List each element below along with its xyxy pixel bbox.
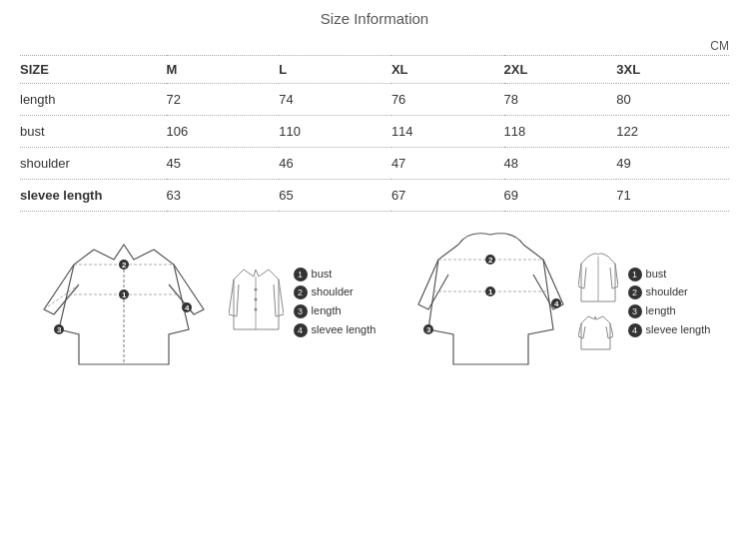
- row-label: length: [20, 84, 167, 116]
- row-value: 122: [616, 116, 729, 148]
- col-m: M: [167, 56, 280, 84]
- table-row: length7274767880: [20, 84, 729, 116]
- row-value: 118: [504, 116, 617, 148]
- diagram-section: 1 2 3 4: [20, 230, 729, 373]
- shirt-diagram-block: 1 2 3 4: [39, 230, 376, 373]
- shirt-svg: 1 2 3 4: [39, 230, 219, 369]
- cardigan-thumb-svg: [578, 252, 618, 306]
- row-label: bust: [20, 116, 167, 148]
- col-l: L: [279, 56, 391, 84]
- jacket-svg: [229, 265, 284, 334]
- col-3xl: 3XL: [616, 56, 729, 84]
- page-title: Size Information: [20, 10, 729, 27]
- row-label: shoulder: [20, 148, 167, 180]
- svg-point-15: [254, 308, 257, 311]
- svg-point-13: [254, 288, 257, 291]
- table-header-row: SIZE M L XL 2XL 3XL: [20, 56, 729, 84]
- svg-text:1: 1: [122, 290, 127, 299]
- tshirt-thumb-svg: [578, 311, 613, 351]
- row-value: 48: [504, 148, 617, 180]
- table-row: bust106110114118122: [20, 116, 729, 148]
- legend-item: slevee length: [294, 320, 376, 339]
- row-value: 71: [616, 180, 729, 212]
- row-value: 72: [167, 84, 280, 116]
- table-row: shoulder4546474849: [20, 148, 729, 180]
- legend-item: slevee length: [628, 320, 711, 339]
- size-table: CM SIZE M L XL 2XL 3XL: [20, 39, 729, 84]
- table-row: slevee length6365676971: [20, 180, 729, 212]
- svg-text:4: 4: [554, 299, 559, 308]
- row-value: 106: [167, 116, 280, 148]
- svg-text:2: 2: [122, 261, 127, 270]
- shirt-svg-area: 1 2 3 4: [39, 230, 219, 373]
- cardigan-svg: 1 2 3 4: [413, 230, 568, 369]
- cm-unit-row: CM: [20, 39, 729, 56]
- right-thumbnails: [578, 252, 618, 351]
- row-value: 63: [167, 180, 280, 212]
- row-value: 46: [279, 148, 391, 180]
- svg-point-14: [254, 298, 257, 301]
- row-value: 47: [391, 148, 504, 180]
- legend-item: length: [294, 301, 376, 320]
- legend-item: bust: [294, 265, 376, 283]
- svg-text:4: 4: [185, 303, 190, 312]
- row-value: 45: [167, 148, 280, 180]
- row-value: 76: [391, 84, 504, 116]
- row-value: 49: [616, 148, 729, 180]
- row-value: 74: [279, 84, 391, 116]
- right-legend: bustshoulderlengthslevee length: [628, 265, 711, 339]
- cardigan-diagram-block: 1 2 3 4: [413, 230, 711, 373]
- row-label: slevee length: [20, 180, 167, 212]
- row-value: 114: [391, 116, 504, 148]
- legend-item: shoulder: [628, 282, 711, 301]
- row-value: 110: [279, 116, 391, 148]
- legend-item: length: [628, 301, 711, 320]
- col-2xl: 2XL: [504, 56, 617, 84]
- table-body: length7274767880bust106110114118122shoul…: [20, 84, 729, 212]
- row-value: 78: [504, 84, 617, 116]
- main-container: Size Information CM SIZE M L XL 2XL 3XL …: [0, 0, 749, 383]
- row-value: 65: [279, 180, 391, 212]
- legend-item: shoulder: [294, 282, 376, 301]
- svg-text:3: 3: [57, 325, 62, 334]
- row-value: 80: [616, 84, 729, 116]
- svg-text:1: 1: [488, 287, 493, 296]
- svg-text:2: 2: [488, 256, 493, 265]
- legend-item: bust: [628, 265, 711, 283]
- jacket-thumbnail: [229, 265, 284, 338]
- svg-text:3: 3: [426, 325, 431, 334]
- col-xl: XL: [391, 56, 504, 84]
- cardigan-svg-area: 1 2 3 4: [413, 230, 568, 373]
- cm-label: CM: [20, 39, 729, 56]
- row-value: 69: [504, 180, 617, 212]
- left-legend: bustshoulderlengthslevee length: [294, 265, 376, 339]
- row-value: 67: [391, 180, 504, 212]
- col-size: SIZE: [20, 56, 167, 84]
